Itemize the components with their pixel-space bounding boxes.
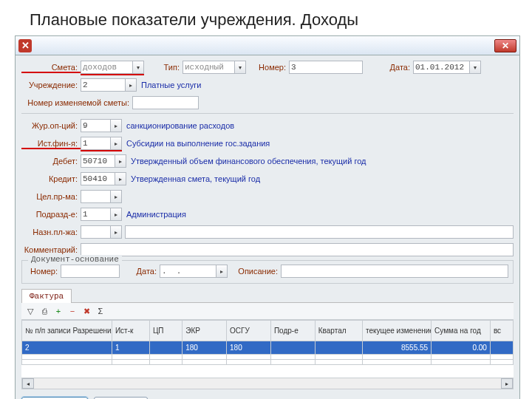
label-subdiv: Подразд-е: [21, 210, 81, 219]
purpose-combo[interactable]: ▸ [81, 225, 122, 239]
row-org: Учреждение: ▸ Платные услуги [21, 78, 514, 92]
chevron-right-icon[interactable]: ▸ [110, 137, 122, 150]
chevron-right-icon[interactable]: ▸ [110, 190, 122, 203]
comment-input[interactable] [81, 243, 514, 256]
chevron-right-icon[interactable]: ▸ [110, 208, 122, 221]
org-combo[interactable]: ▸ [81, 78, 137, 92]
cell[interactable]: 2 [22, 341, 112, 355]
data-grid[interactable]: № п/п записи Разрешения Ист-к ЦП ЭКР ОСГ… [21, 320, 514, 365]
journal-combo[interactable]: ▸ [81, 119, 122, 132]
col-change[interactable]: текущее изменение [363, 321, 432, 341]
tab-strip: Фактура [21, 288, 514, 303]
cell[interactable]: 0.00 [432, 341, 491, 355]
row-credit: Кредит: ▸ Утвержденная смета, текущий го… [21, 171, 514, 186]
label-org: Учреждение: [21, 81, 81, 89]
label-journal: Жур.оп-ций: [21, 121, 81, 130]
slide-title: Плановые показатели учреждения. Доходы [0, 0, 532, 35]
col-year[interactable]: Сумма на год [432, 321, 491, 341]
cell[interactable] [315, 341, 362, 355]
col-cp[interactable]: ЦП [149, 321, 182, 341]
sum-icon[interactable]: Σ [95, 305, 106, 317]
add-row-icon[interactable]: + [52, 305, 64, 317]
purpose-text[interactable] [125, 225, 514, 239]
col-subdiv[interactable]: Подр-е [270, 321, 315, 341]
filter-icon[interactable]: ▽ [24, 305, 36, 317]
scroll-right-icon[interactable]: ▸ [501, 378, 513, 389]
print-icon[interactable]: ⎙ [38, 305, 50, 317]
tab-faktura[interactable]: Фактура [21, 289, 72, 303]
estimate-combo[interactable]: ▾ [81, 61, 144, 74]
calendar-icon[interactable]: ▾ [469, 61, 481, 74]
debit-combo[interactable]: ▸ [81, 154, 126, 168]
subdiv-input[interactable] [81, 208, 110, 221]
changed-input[interactable] [132, 96, 199, 109]
finsrc-combo[interactable]: ▸ [81, 137, 122, 150]
subdiv-combo[interactable]: ▸ [81, 208, 122, 221]
docbase-title: Документ-основание [28, 255, 122, 264]
type-combo[interactable]: ▾ [183, 61, 246, 74]
doc-date-input[interactable] [160, 265, 216, 278]
scroll-left-icon[interactable]: ◂ [22, 378, 34, 389]
chevron-right-icon[interactable]: ▸ [110, 225, 122, 239]
label-comment: Комментарий: [21, 245, 81, 254]
chevron-down-icon[interactable]: ▾ [234, 61, 246, 74]
cell[interactable] [270, 341, 315, 355]
credit-combo[interactable]: ▸ [81, 172, 126, 185]
label-purpose: Назн.пл-жа: [21, 228, 81, 236]
cell[interactable] [149, 341, 182, 355]
cell[interactable] [490, 341, 513, 355]
chevron-right-icon[interactable]: ▸ [115, 154, 126, 168]
date-input[interactable] [413, 61, 469, 74]
debit-input[interactable] [81, 154, 115, 168]
col-osgu[interactable]: ОСГУ [227, 321, 271, 341]
col-all[interactable]: вс [490, 321, 513, 341]
date-combo[interactable]: ▾ [413, 61, 481, 74]
row-estimate: Смета: ▾ Тип: ▾ Номер: Дата: ▾ [21, 60, 514, 75]
row-finsrc: Ист.фин-я: ▸ Субсидии на выполнение гос.… [21, 136, 514, 151]
grid-toolbar: ▽ ⎙ + − ✖ Σ [21, 303, 514, 320]
doc-number-input[interactable] [61, 265, 120, 278]
cell[interactable]: 8555.55 [363, 341, 432, 355]
chevron-down-icon[interactable]: ▾ [132, 61, 144, 74]
remove-row-icon[interactable]: − [66, 305, 78, 317]
subdiv-desc: Администрация [126, 210, 186, 219]
label-debit: Дебет: [21, 157, 81, 166]
app-window: ✕ ✕ Смета: ▾ Тип: ▾ Номер: Дата: ▾ Уч [15, 35, 520, 399]
chevron-right-icon[interactable]: ▸ [115, 172, 126, 185]
label-type: Тип: [153, 63, 183, 72]
doc-desc-input[interactable] [281, 265, 508, 278]
journal-input[interactable] [81, 119, 110, 132]
col-quarter[interactable]: Квартал [315, 321, 362, 341]
delete-icon[interactable]: ✖ [81, 305, 92, 317]
number-input[interactable] [289, 61, 363, 74]
cell[interactable]: 1 [112, 341, 149, 355]
credit-input[interactable] [81, 172, 115, 185]
grid-wrap: № п/п записи Разрешения Ист-к ЦП ЭКР ОСГ… [21, 320, 514, 378]
table-row[interactable] [22, 355, 514, 360]
col-npp[interactable]: № п/п записи Разрешения [22, 321, 112, 341]
chevron-right-icon[interactable]: ▸ [110, 119, 122, 132]
table-row[interactable]: 2 1 180 180 8555.55 0.00 [22, 341, 514, 355]
col-ekr[interactable]: ЭКР [183, 321, 227, 341]
label-program: Цел.пр-ма: [21, 192, 81, 201]
program-combo[interactable]: ▸ [81, 190, 122, 203]
finsrc-input[interactable] [81, 137, 110, 150]
org-input[interactable] [81, 78, 125, 92]
table-row[interactable] [22, 360, 514, 365]
chevron-right-icon[interactable]: ▸ [125, 78, 137, 92]
program-input[interactable] [81, 190, 110, 203]
chevron-right-icon[interactable]: ▸ [216, 265, 228, 278]
journal-desc: санкционирование расходов [126, 121, 234, 130]
row-changed: Номер изменяемой сметы: [21, 95, 514, 110]
label-doc-desc: Описание: [233, 267, 281, 276]
label-date: Дата: [376, 63, 413, 72]
cell[interactable]: 180 [183, 341, 227, 355]
horizontal-scrollbar[interactable]: ◂ ▸ [21, 378, 514, 389]
cell[interactable]: 180 [227, 341, 271, 355]
estimate-input[interactable] [81, 61, 132, 74]
doc-date-combo[interactable]: ▸ [160, 265, 228, 278]
purpose-input[interactable] [81, 225, 110, 239]
col-src[interactable]: Ист-к [112, 321, 149, 341]
close-button[interactable]: ✕ [494, 39, 516, 52]
type-input[interactable] [183, 61, 234, 74]
